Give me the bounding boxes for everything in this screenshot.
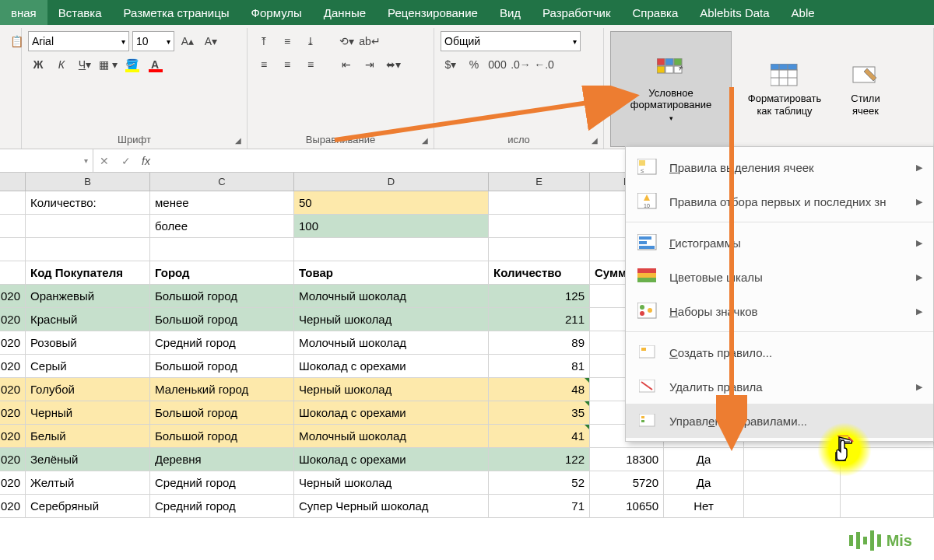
cell[interactable]: Да bbox=[664, 471, 744, 494]
cell[interactable]: Код Покупателя bbox=[26, 261, 150, 284]
cell[interactable]: 100 bbox=[294, 215, 489, 237]
increase-indent-icon[interactable]: ⇥ bbox=[360, 54, 380, 75]
cell[interactable]: 020 bbox=[0, 448, 26, 471]
menu-color-scales[interactable]: Цветовые шкалы ▶ bbox=[626, 260, 933, 294]
cell[interactable]: Большой город bbox=[150, 355, 294, 377]
cell[interactable]: 89 bbox=[489, 331, 590, 354]
cell[interactable]: 020 bbox=[0, 331, 26, 354]
menu-highlight-cells[interactable]: ≤ Правила выделения ячеек ▶ bbox=[626, 150, 933, 184]
orientation-icon[interactable]: ⟲▾ bbox=[336, 31, 356, 51]
cell[interactable]: 50 bbox=[294, 191, 489, 214]
cell[interactable]: Белый bbox=[26, 425, 150, 447]
cell[interactable]: Большой город bbox=[150, 308, 294, 331]
cell[interactable]: 122 bbox=[489, 448, 590, 471]
cancel-formula-icon[interactable]: ✕ bbox=[93, 155, 115, 167]
cell[interactable]: Молочный шоколад bbox=[294, 331, 489, 354]
cell[interactable]: 81 bbox=[489, 355, 590, 377]
cell[interactable]: 020 bbox=[0, 471, 26, 494]
cell[interactable] bbox=[26, 238, 150, 261]
merge-button[interactable]: ⬌▾ bbox=[383, 54, 403, 75]
cell[interactable]: Молочный шоколад bbox=[294, 425, 489, 447]
cell[interactable] bbox=[744, 471, 841, 494]
tab-page-layout[interactable]: Разметка страницы bbox=[112, 0, 240, 25]
menu-clear-rules[interactable]: Удалить правила ▶ bbox=[626, 369, 933, 404]
cell[interactable]: 020 bbox=[0, 355, 26, 377]
tab-help[interactable]: Справка bbox=[622, 0, 690, 25]
cell[interactable]: Зелёный bbox=[26, 448, 150, 471]
cell[interactable] bbox=[0, 191, 26, 214]
cell[interactable]: 020 bbox=[0, 425, 26, 447]
menu-icon-sets[interactable]: Наборы значков ▶ bbox=[626, 294, 933, 328]
menu-new-rule[interactable]: Создать правило... bbox=[626, 335, 933, 369]
tab-ablebits-tools[interactable]: Able bbox=[781, 0, 826, 25]
wrap-text-icon[interactable]: ab↵ bbox=[360, 31, 380, 51]
cell[interactable]: Количество bbox=[489, 261, 590, 284]
cell[interactable]: Средний город bbox=[150, 471, 294, 494]
cell[interactable] bbox=[489, 238, 590, 261]
align-center-icon[interactable]: ≡ bbox=[277, 54, 297, 75]
cell[interactable]: Розовый bbox=[26, 331, 150, 354]
cell[interactable]: 48 bbox=[489, 378, 590, 401]
cell[interactable]: Шоколад с орехами bbox=[294, 401, 489, 424]
cell[interactable]: Желтый bbox=[26, 471, 150, 494]
cell[interactable]: 41 bbox=[489, 425, 590, 447]
cell[interactable]: Молочный шоколад bbox=[294, 285, 489, 307]
align-middle-icon[interactable]: ≡ bbox=[277, 31, 297, 51]
align-right-icon[interactable]: ≡ bbox=[300, 54, 321, 75]
cell[interactable]: Шоколад с орехами bbox=[294, 448, 489, 471]
cell[interactable] bbox=[0, 215, 26, 237]
conditional-formatting-button[interactable]: ≠ Условное форматирование ▾ bbox=[610, 31, 732, 147]
cell[interactable]: 35 bbox=[489, 401, 590, 424]
cell[interactable]: Количество: bbox=[26, 191, 150, 214]
col-header-e[interactable]: E bbox=[489, 173, 590, 191]
tab-data[interactable]: Данные bbox=[313, 0, 377, 25]
menu-data-bars[interactable]: Гистограммы ▶ bbox=[626, 226, 933, 260]
cell[interactable] bbox=[841, 495, 934, 517]
cell[interactable]: Оранжевый bbox=[26, 285, 150, 307]
cell[interactable] bbox=[489, 215, 590, 237]
increase-decimal-icon[interactable]: .0→ bbox=[511, 54, 531, 75]
fill-color-button[interactable]: 🪣 bbox=[121, 54, 142, 75]
bold-button[interactable]: Ж bbox=[28, 54, 48, 75]
font-color-button[interactable]: A bbox=[145, 54, 165, 75]
italic-button[interactable]: К bbox=[51, 54, 72, 75]
cell[interactable]: Супер Черный шоколад bbox=[294, 495, 489, 517]
cell[interactable]: Большой город bbox=[150, 425, 294, 447]
align-bottom-icon[interactable]: ⤓ bbox=[300, 31, 321, 51]
cell[interactable]: более bbox=[150, 215, 294, 237]
format-as-table-button[interactable]: Форматировать как таблицу bbox=[735, 31, 834, 147]
cell[interactable]: менее bbox=[150, 191, 294, 214]
increase-font-icon[interactable]: A▴ bbox=[177, 31, 198, 51]
cell-styles-button[interactable]: Стили ячеек bbox=[837, 31, 894, 147]
cell[interactable] bbox=[744, 495, 841, 517]
tab-home[interactable]: вная bbox=[0, 0, 47, 25]
col-header-d[interactable]: D bbox=[294, 173, 489, 191]
percent-icon[interactable]: % bbox=[464, 54, 484, 75]
cell[interactable]: 020 bbox=[0, 378, 26, 401]
col-header-b[interactable]: B bbox=[26, 173, 150, 191]
cell[interactable]: 020 bbox=[0, 495, 26, 517]
enter-formula-icon[interactable]: ✓ bbox=[115, 155, 137, 167]
cell[interactable]: Маленький город bbox=[150, 378, 294, 401]
cell[interactable]: Деревня bbox=[150, 448, 294, 471]
cell[interactable]: 020 bbox=[0, 308, 26, 331]
cell[interactable]: Черный шоколад bbox=[294, 378, 489, 401]
cell[interactable]: Серый bbox=[26, 355, 150, 377]
cell[interactable]: Товар bbox=[294, 261, 489, 284]
cell[interactable]: 020 bbox=[0, 401, 26, 424]
cell[interactable] bbox=[0, 238, 26, 261]
cell[interactable]: Красный bbox=[26, 308, 150, 331]
decrease-indent-icon[interactable]: ⇤ bbox=[336, 54, 356, 75]
col-header-c[interactable]: C bbox=[150, 173, 294, 191]
number-format-select[interactable]: Общий ▾ bbox=[441, 31, 581, 51]
tab-insert[interactable]: Вставка bbox=[47, 0, 113, 25]
cell[interactable] bbox=[26, 215, 150, 237]
cell[interactable]: Средний город bbox=[150, 331, 294, 354]
cell[interactable]: Черный bbox=[26, 401, 150, 424]
cell[interactable]: Большой город bbox=[150, 285, 294, 307]
cell[interactable]: Да bbox=[664, 448, 744, 471]
align-left-icon[interactable]: ≡ bbox=[254, 54, 274, 75]
cell[interactable]: Большой город bbox=[150, 401, 294, 424]
decrease-decimal-icon[interactable]: ←.0 bbox=[534, 54, 554, 75]
comma-icon[interactable]: 000 bbox=[487, 54, 507, 75]
